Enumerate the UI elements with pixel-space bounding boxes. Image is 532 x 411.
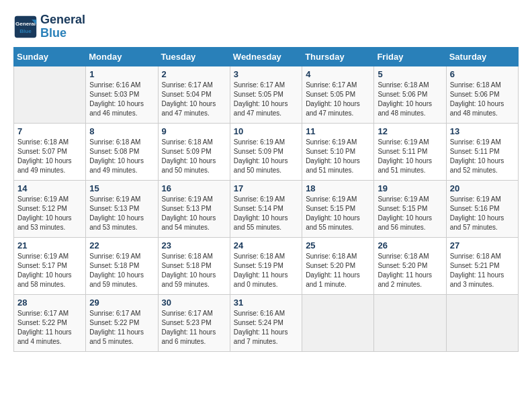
day-info: Sunrise: 6:19 AMSunset: 5:15 PMDaylight:… — [378, 195, 442, 232]
day-number: 18 — [306, 183, 370, 193]
calendar-cell — [374, 294, 446, 351]
header-day-saturday: Saturday — [446, 47, 518, 66]
day-number: 23 — [162, 240, 226, 250]
calendar-week-3: 14Sunrise: 6:19 AMSunset: 5:12 PMDayligh… — [14, 180, 519, 237]
calendar-cell: 23Sunrise: 6:18 AMSunset: 5:18 PMDayligh… — [158, 237, 230, 294]
calendar-cell: 8Sunrise: 6:18 AMSunset: 5:08 PMDaylight… — [86, 123, 158, 180]
calendar-cell — [302, 294, 374, 351]
day-number: 31 — [234, 298, 298, 308]
day-number: 2 — [162, 69, 226, 79]
day-info: Sunrise: 6:18 AMSunset: 5:06 PMDaylight:… — [450, 81, 515, 118]
day-info: Sunrise: 6:19 AMSunset: 5:13 PMDaylight:… — [162, 195, 226, 232]
day-number: 22 — [89, 240, 154, 250]
calendar-cell: 14Sunrise: 6:19 AMSunset: 5:12 PMDayligh… — [14, 180, 86, 237]
day-number: 11 — [306, 126, 370, 136]
logo: General Blue General Blue — [13, 13, 85, 40]
day-number: 12 — [378, 126, 442, 136]
header-day-friday: Friday — [374, 47, 446, 66]
calendar-cell: 3Sunrise: 6:17 AMSunset: 5:05 PMDaylight… — [230, 66, 302, 123]
calendar-cell: 2Sunrise: 6:17 AMSunset: 5:04 PMDaylight… — [158, 66, 230, 123]
day-number: 7 — [17, 126, 82, 136]
day-info: Sunrise: 6:19 AMSunset: 5:09 PMDaylight:… — [234, 138, 298, 175]
calendar-cell: 24Sunrise: 6:18 AMSunset: 5:19 PMDayligh… — [230, 237, 302, 294]
calendar-cell: 1Sunrise: 6:16 AMSunset: 5:03 PMDaylight… — [86, 66, 158, 123]
day-number: 5 — [378, 69, 442, 79]
day-number: 15 — [89, 183, 154, 193]
calendar-cell: 4Sunrise: 6:17 AMSunset: 5:05 PMDaylight… — [302, 66, 374, 123]
day-number: 24 — [234, 240, 298, 250]
day-info: Sunrise: 6:18 AMSunset: 5:19 PMDaylight:… — [234, 252, 298, 289]
day-info: Sunrise: 6:18 AMSunset: 5:20 PMDaylight:… — [378, 252, 442, 289]
day-number: 17 — [234, 183, 298, 193]
day-number: 26 — [378, 240, 442, 250]
calendar-cell: 10Sunrise: 6:19 AMSunset: 5:09 PMDayligh… — [230, 123, 302, 180]
calendar-header: SundayMondayTuesdayWednesdayThursdayFrid… — [14, 47, 519, 66]
day-info: Sunrise: 6:18 AMSunset: 5:06 PMDaylight:… — [378, 81, 442, 118]
day-number: 13 — [450, 126, 515, 136]
svg-text:General: General — [15, 21, 36, 27]
page-header: General Blue General Blue — [13, 13, 519, 40]
calendar-cell: 15Sunrise: 6:19 AMSunset: 5:13 PMDayligh… — [86, 180, 158, 237]
day-number: 1 — [89, 69, 154, 79]
header-day-sunday: Sunday — [14, 47, 86, 66]
day-number: 3 — [234, 69, 298, 79]
calendar-body: 1Sunrise: 6:16 AMSunset: 5:03 PMDaylight… — [14, 66, 519, 351]
day-info: Sunrise: 6:18 AMSunset: 5:07 PMDaylight:… — [17, 138, 82, 175]
day-number: 29 — [89, 298, 154, 308]
day-number: 16 — [162, 183, 226, 193]
svg-text:Blue: Blue — [19, 28, 32, 34]
day-info: Sunrise: 6:19 AMSunset: 5:11 PMDaylight:… — [378, 138, 442, 175]
day-number: 30 — [162, 298, 226, 308]
calendar-cell: 26Sunrise: 6:18 AMSunset: 5:20 PMDayligh… — [374, 237, 446, 294]
calendar-cell: 18Sunrise: 6:19 AMSunset: 5:15 PMDayligh… — [302, 180, 374, 237]
calendar-week-1: 1Sunrise: 6:16 AMSunset: 5:03 PMDaylight… — [14, 66, 519, 123]
day-info: Sunrise: 6:16 AMSunset: 5:03 PMDaylight:… — [89, 81, 154, 118]
calendar-cell — [14, 66, 86, 123]
day-info: Sunrise: 6:18 AMSunset: 5:18 PMDaylight:… — [162, 252, 226, 289]
calendar-cell: 5Sunrise: 6:18 AMSunset: 5:06 PMDaylight… — [374, 66, 446, 123]
day-info: Sunrise: 6:18 AMSunset: 5:21 PMDaylight:… — [450, 252, 515, 289]
day-number: 8 — [89, 126, 154, 136]
calendar-week-5: 28Sunrise: 6:17 AMSunset: 5:22 PMDayligh… — [14, 294, 519, 351]
day-number: 27 — [450, 240, 515, 250]
day-info: Sunrise: 6:17 AMSunset: 5:05 PMDaylight:… — [234, 81, 298, 118]
day-info: Sunrise: 6:17 AMSunset: 5:22 PMDaylight:… — [89, 309, 154, 347]
day-number: 14 — [17, 183, 82, 193]
day-number: 9 — [162, 126, 226, 136]
day-info: Sunrise: 6:17 AMSunset: 5:22 PMDaylight:… — [17, 309, 82, 347]
calendar-cell: 12Sunrise: 6:19 AMSunset: 5:11 PMDayligh… — [374, 123, 446, 180]
calendar-cell: 29Sunrise: 6:17 AMSunset: 5:22 PMDayligh… — [86, 294, 158, 351]
logo-icon: General Blue — [13, 15, 38, 39]
header-day-thursday: Thursday — [302, 47, 374, 66]
day-number: 25 — [306, 240, 370, 250]
day-info: Sunrise: 6:17 AMSunset: 5:23 PMDaylight:… — [162, 309, 226, 347]
day-number: 10 — [234, 126, 298, 136]
day-number: 4 — [306, 69, 370, 79]
day-number: 20 — [450, 183, 515, 193]
header-day-tuesday: Tuesday — [158, 47, 230, 66]
day-info: Sunrise: 6:18 AMSunset: 5:09 PMDaylight:… — [162, 138, 226, 175]
calendar-cell — [446, 294, 518, 351]
day-info: Sunrise: 6:19 AMSunset: 5:16 PMDaylight:… — [450, 195, 515, 232]
day-info: Sunrise: 6:19 AMSunset: 5:18 PMDaylight:… — [89, 252, 154, 289]
day-number: 19 — [378, 183, 442, 193]
calendar-cell: 9Sunrise: 6:18 AMSunset: 5:09 PMDaylight… — [158, 123, 230, 180]
day-info: Sunrise: 6:18 AMSunset: 5:20 PMDaylight:… — [306, 252, 370, 289]
calendar-cell: 17Sunrise: 6:19 AMSunset: 5:14 PMDayligh… — [230, 180, 302, 237]
day-info: Sunrise: 6:19 AMSunset: 5:11 PMDaylight:… — [450, 138, 515, 175]
calendar-cell: 6Sunrise: 6:18 AMSunset: 5:06 PMDaylight… — [446, 66, 518, 123]
calendar-cell: 30Sunrise: 6:17 AMSunset: 5:23 PMDayligh… — [158, 294, 230, 351]
calendar-cell: 20Sunrise: 6:19 AMSunset: 5:16 PMDayligh… — [446, 180, 518, 237]
calendar-cell: 13Sunrise: 6:19 AMSunset: 5:11 PMDayligh… — [446, 123, 518, 180]
day-info: Sunrise: 6:19 AMSunset: 5:14 PMDaylight:… — [234, 195, 298, 232]
calendar-week-2: 7Sunrise: 6:18 AMSunset: 5:07 PMDaylight… — [14, 123, 519, 180]
calendar-week-4: 21Sunrise: 6:19 AMSunset: 5:17 PMDayligh… — [14, 237, 519, 294]
day-info: Sunrise: 6:17 AMSunset: 5:04 PMDaylight:… — [162, 81, 226, 118]
day-info: Sunrise: 6:19 AMSunset: 5:15 PMDaylight:… — [306, 195, 370, 232]
calendar-cell: 16Sunrise: 6:19 AMSunset: 5:13 PMDayligh… — [158, 180, 230, 237]
header-day-wednesday: Wednesday — [230, 47, 302, 66]
day-info: Sunrise: 6:18 AMSunset: 5:08 PMDaylight:… — [89, 138, 154, 175]
calendar-cell: 19Sunrise: 6:19 AMSunset: 5:15 PMDayligh… — [374, 180, 446, 237]
header-row: SundayMondayTuesdayWednesdayThursdayFrid… — [14, 47, 519, 66]
calendar-cell: 21Sunrise: 6:19 AMSunset: 5:17 PMDayligh… — [14, 237, 86, 294]
